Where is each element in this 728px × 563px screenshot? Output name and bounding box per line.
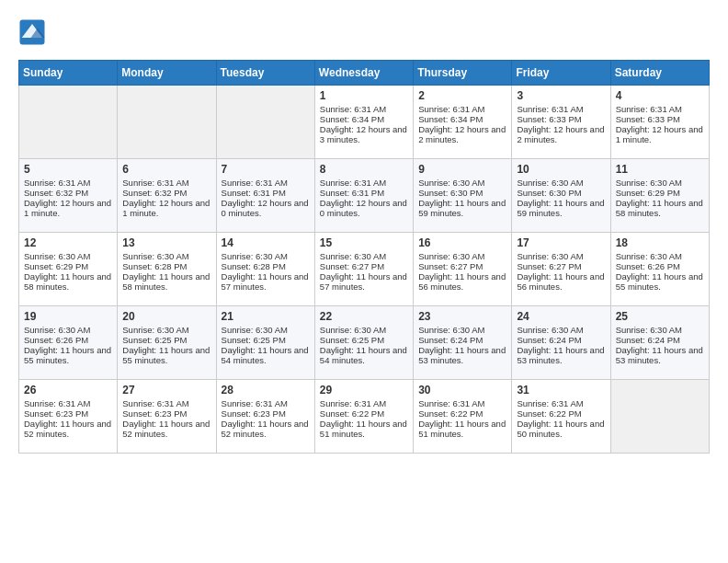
sunrise: Sunrise: 6:31 AM [122,398,188,408]
sunset: Sunset: 6:24 PM [616,335,680,345]
daylight-label: Daylight: 11 hours and 57 minutes. [320,271,407,292]
calendar-cell: 24 Sunrise: 6:30 AM Sunset: 6:24 PM Dayl… [512,306,610,380]
sunset: Sunset: 6:25 PM [122,335,187,345]
day-number: 3 [517,89,605,102]
sunset: Sunset: 6:25 PM [222,335,286,345]
day-number: 19 [24,310,112,323]
calendar-cell: 7 Sunrise: 6:31 AM Sunset: 6:31 PM Dayli… [216,159,314,233]
calendar-cell [216,86,314,159]
calendar-cell: 17 Sunrise: 6:30 AM Sunset: 6:27 PM Dayl… [512,233,610,306]
day-number: 16 [418,236,506,249]
day-number: 24 [517,310,605,323]
sunrise: Sunrise: 6:30 AM [222,325,288,335]
sunset: Sunset: 6:27 PM [320,261,384,271]
calendar-cell: 26 Sunrise: 6:31 AM Sunset: 6:23 PM Dayl… [19,380,118,454]
daylight-label: Daylight: 12 hours and 2 minutes. [517,124,604,144]
sunset: Sunset: 6:23 PM [122,408,187,419]
calendar-cell: 29 Sunrise: 6:31 AM Sunset: 6:22 PM Dayl… [314,380,413,454]
daylight-label: Daylight: 11 hours and 53 minutes. [418,345,506,365]
calendar-cell: 12 Sunrise: 6:30 AM Sunset: 6:29 PM Dayl… [19,233,118,306]
day-number: 10 [517,163,605,176]
daylight-label: Daylight: 11 hours and 55 minutes. [24,345,111,365]
day-number: 23 [418,310,506,323]
sunset: Sunset: 6:33 PM [517,114,581,124]
weekday-header: Sunday [19,61,118,86]
daylight-label: Daylight: 11 hours and 59 minutes. [517,198,604,218]
sunrise: Sunrise: 6:30 AM [517,325,583,335]
daylight-label: Daylight: 11 hours and 52 minutes. [122,419,210,439]
calendar-cell: 14 Sunrise: 6:30 AM Sunset: 6:28 PM Dayl… [216,233,314,306]
daylight-label: Daylight: 12 hours and 2 minutes. [418,124,506,144]
sunrise: Sunrise: 6:31 AM [616,104,682,114]
sunset: Sunset: 6:24 PM [517,335,581,345]
sunset: Sunset: 6:28 PM [222,261,286,271]
calendar-cell: 10 Sunrise: 6:30 AM Sunset: 6:30 PM Dayl… [512,159,610,233]
daylight-label: Daylight: 11 hours and 51 minutes. [418,419,506,439]
calendar-cell: 5 Sunrise: 6:31 AM Sunset: 6:32 PM Dayli… [19,159,118,233]
daylight-label: Daylight: 11 hours and 57 minutes. [222,271,309,292]
calendar-table: SundayMondayTuesdayWednesdayThursdayFrid… [18,60,710,454]
daylight-label: Daylight: 11 hours and 53 minutes. [616,345,703,365]
daylight-label: Daylight: 12 hours and 1 minute. [616,124,703,144]
sunrise: Sunrise: 6:30 AM [24,251,90,261]
day-number: 29 [320,384,408,396]
weekday-header: Tuesday [216,61,314,86]
sunrise: Sunrise: 6:30 AM [122,251,188,261]
calendar-week-row: 1 Sunrise: 6:31 AM Sunset: 6:34 PM Dayli… [19,86,710,159]
page-header [18,18,710,46]
daylight-label: Daylight: 12 hours and 3 minutes. [320,124,407,144]
daylight-label: Daylight: 11 hours and 56 minutes. [418,271,506,292]
day-number: 15 [320,236,408,249]
sunrise: Sunrise: 6:30 AM [320,325,386,335]
sunrise: Sunrise: 6:31 AM [517,104,583,114]
daylight-label: Daylight: 11 hours and 50 minutes. [517,419,604,439]
day-number: 21 [222,310,310,323]
daylight-label: Daylight: 11 hours and 55 minutes. [616,271,703,292]
sunrise: Sunrise: 6:31 AM [122,178,188,188]
calendar-cell: 25 Sunrise: 6:30 AM Sunset: 6:24 PM Dayl… [610,306,709,380]
sunset: Sunset: 6:32 PM [24,188,88,198]
calendar-week-row: 5 Sunrise: 6:31 AM Sunset: 6:32 PM Dayli… [19,159,710,233]
sunset: Sunset: 6:29 PM [616,188,680,198]
calendar-cell: 4 Sunrise: 6:31 AM Sunset: 6:33 PM Dayli… [610,86,709,159]
calendar-cell [19,86,118,159]
day-number: 8 [320,163,408,176]
daylight-label: Daylight: 12 hours and 0 minutes. [222,198,309,218]
sunrise: Sunrise: 6:30 AM [517,251,583,261]
sunrise: Sunrise: 6:31 AM [24,398,90,408]
daylight-label: Daylight: 11 hours and 51 minutes. [320,419,407,439]
sunset: Sunset: 6:28 PM [122,261,187,271]
sunset: Sunset: 6:26 PM [24,335,88,345]
weekday-header: Friday [512,61,610,86]
calendar-cell: 15 Sunrise: 6:30 AM Sunset: 6:27 PM Dayl… [314,233,413,306]
calendar-cell [610,380,709,454]
calendar-week-row: 26 Sunrise: 6:31 AM Sunset: 6:23 PM Dayl… [19,380,710,454]
sunrise: Sunrise: 6:31 AM [222,178,288,188]
daylight-label: Daylight: 12 hours and 0 minutes. [320,198,407,218]
day-number: 2 [418,89,506,102]
day-number: 5 [24,163,112,176]
calendar-cell: 21 Sunrise: 6:30 AM Sunset: 6:25 PM Dayl… [216,306,314,380]
daylight-label: Daylight: 12 hours and 1 minute. [24,198,111,218]
sunrise: Sunrise: 6:30 AM [616,325,682,335]
daylight-label: Daylight: 11 hours and 58 minutes. [24,271,111,292]
sunrise: Sunrise: 6:31 AM [320,398,386,408]
sunrise: Sunrise: 6:31 AM [418,398,484,408]
calendar-cell: 13 Sunrise: 6:30 AM Sunset: 6:28 PM Dayl… [118,233,216,306]
sunrise: Sunrise: 6:30 AM [616,251,682,261]
sunset: Sunset: 6:27 PM [418,261,483,271]
sunset: Sunset: 6:24 PM [418,335,483,345]
day-number: 6 [122,163,210,176]
daylight-label: Daylight: 11 hours and 55 minutes. [122,345,210,365]
weekday-header: Thursday [414,61,512,86]
sunrise: Sunrise: 6:31 AM [418,104,484,114]
calendar-week-row: 19 Sunrise: 6:30 AM Sunset: 6:26 PM Dayl… [19,306,710,380]
calendar-cell: 11 Sunrise: 6:30 AM Sunset: 6:29 PM Dayl… [610,159,709,233]
calendar-cell: 20 Sunrise: 6:30 AM Sunset: 6:25 PM Dayl… [118,306,216,380]
sunrise: Sunrise: 6:30 AM [320,251,386,261]
logo [18,18,50,46]
day-number: 27 [122,384,210,396]
daylight-label: Daylight: 11 hours and 52 minutes. [24,419,111,439]
sunset: Sunset: 6:26 PM [616,261,680,271]
sunrise: Sunrise: 6:30 AM [418,325,484,335]
